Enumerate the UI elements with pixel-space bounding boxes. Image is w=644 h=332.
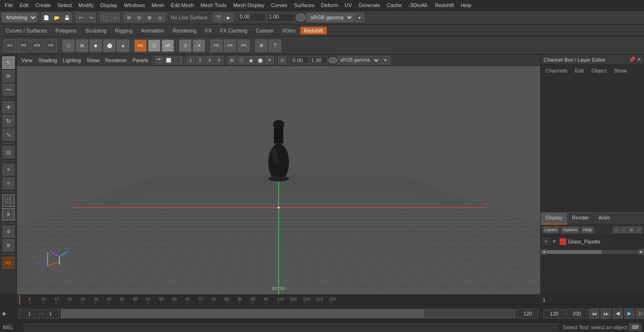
- soft-select-btn[interactable]: ◎: [155, 13, 165, 22]
- options-menu[interactable]: Options: [561, 227, 579, 233]
- menu-mesh[interactable]: Mesh: [149, 1, 167, 9]
- keyboard-shortcut-btn[interactable]: ⌨: [629, 324, 641, 331]
- timeline-ruler[interactable]: [17, 295, 540, 305]
- wireframe-btn[interactable]: ⬡: [237, 56, 246, 65]
- shelf-pr-1[interactable]: PR: [210, 40, 223, 52]
- shelf-util-2[interactable]: ?: [269, 40, 281, 52]
- menu-deform[interactable]: Deform: [318, 1, 341, 9]
- layer-scrollbar-track[interactable]: [546, 250, 638, 254]
- scale-tool[interactable]: ⤡: [2, 129, 15, 141]
- coord-y-input[interactable]: 1.00: [267, 13, 295, 22]
- display-mode-4[interactable]: 4: [215, 56, 223, 65]
- renderer-menu[interactable]: Renderer: [103, 57, 129, 64]
- mode-rendering[interactable]: Rendering: [169, 27, 200, 34]
- marquee-select[interactable]: ⬚: [2, 194, 15, 207]
- menu-file[interactable]: File: [2, 1, 16, 9]
- shelf-pr-2[interactable]: PR: [224, 40, 236, 52]
- redo-btn[interactable]: ↪: [86, 13, 96, 22]
- shelf-poly-3[interactable]: ◆: [90, 40, 102, 52]
- cam-btn-1[interactable]: 📷: [155, 56, 164, 65]
- anim-start-input[interactable]: [544, 309, 565, 318]
- snap-tools[interactable]: ⊞: [2, 163, 15, 176]
- prev-frame-btn[interactable]: ◀: [612, 308, 623, 319]
- menu-help[interactable]: Help: [458, 1, 474, 9]
- menu-edit[interactable]: Edit: [17, 1, 32, 9]
- paint-select-tool[interactable]: ⟳: [2, 70, 15, 82]
- grid-tools[interactable]: ⊟: [2, 177, 15, 189]
- go-start-btn[interactable]: ⏮: [589, 308, 599, 319]
- cam-btn-3[interactable]: ⬛: [174, 56, 182, 65]
- shelf-poly-2[interactable]: ⊞: [76, 40, 88, 52]
- view-menu[interactable]: View: [19, 57, 35, 64]
- mode-select[interactable]: Modeling: [2, 13, 37, 22]
- new-scene-btn[interactable]: 📄: [41, 13, 51, 22]
- snap3-btn[interactable]: ⊠: [145, 13, 154, 22]
- script-input[interactable]: [24, 324, 557, 331]
- lasso-tool[interactable]: 〜: [2, 84, 15, 96]
- open-scene-btn[interactable]: 📂: [52, 13, 61, 22]
- mode-xgen[interactable]: XGen: [278, 27, 299, 34]
- snap-btn[interactable]: ⊞: [124, 13, 133, 22]
- shading-menu[interactable]: Shading: [36, 57, 59, 64]
- grid-btn[interactable]: ⊞: [228, 56, 236, 65]
- cb-tab-channels[interactable]: Channels: [543, 67, 570, 77]
- region-select[interactable]: ⊕: [2, 208, 15, 220]
- layer-remove-btn[interactable]: -: [620, 227, 627, 233]
- shelf-light-2[interactable]: ☀: [193, 40, 205, 52]
- rotate-tool[interactable]: ↻: [2, 115, 15, 127]
- menu-modify[interactable]: Modify: [75, 1, 96, 9]
- shelf-poly-4[interactable]: ⬤: [103, 40, 116, 52]
- layer-tab-anim[interactable]: Anim: [594, 213, 615, 225]
- layer-playback-btn[interactable]: P: [551, 238, 558, 245]
- shelf-pr-3[interactable]: PR: [238, 40, 250, 52]
- layer-add-btn[interactable]: +: [613, 227, 619, 233]
- layer-tab-display[interactable]: Display: [541, 213, 567, 225]
- shelf-icon-3[interactable]: IPR: [31, 40, 43, 52]
- exposure-input[interactable]: [310, 57, 328, 64]
- display-mode-2[interactable]: 2: [196, 56, 205, 65]
- menu-redshift[interactable]: Redshift: [432, 1, 457, 9]
- snap2-btn[interactable]: ⊟: [134, 13, 144, 22]
- cb-tab-object[interactable]: Object: [588, 67, 609, 77]
- select-tool-btn[interactable]: ⬚: [100, 13, 109, 22]
- cam-btn-2[interactable]: ⬜: [165, 56, 173, 65]
- gamma-display-btn[interactable]: [296, 14, 305, 21]
- menu-generate[interactable]: Generate: [355, 1, 383, 9]
- mode-animation[interactable]: Animation: [137, 27, 168, 34]
- lighting-btn[interactable]: ☀: [265, 56, 274, 65]
- gamma-viewport-select[interactable]: sRGB gamma: [338, 56, 380, 65]
- cb-tab-edit[interactable]: Edit: [572, 67, 586, 77]
- mode-redshift[interactable]: Redshift: [300, 27, 327, 34]
- layer-options-btn[interactable]: ⚙: [628, 227, 635, 233]
- range-end-input[interactable]: [517, 309, 538, 318]
- prev-key-btn[interactable]: ⏭: [601, 308, 611, 319]
- cb-tab-show[interactable]: Show: [611, 67, 630, 77]
- redshift-btn[interactable]: RS: [2, 257, 15, 269]
- gamma-options-btn[interactable]: ▾: [355, 13, 364, 22]
- gamma-swatch[interactable]: [329, 57, 337, 63]
- coord-x-input[interactable]: 0.00: [238, 13, 266, 22]
- mode-sculpting[interactable]: Sculpting: [82, 27, 110, 34]
- timeline-range-bar[interactable]: [61, 309, 516, 318]
- focal-length-input[interactable]: [291, 57, 309, 64]
- layers-menu[interactable]: Layers: [543, 227, 559, 233]
- undo-btn[interactable]: ↩: [76, 13, 85, 22]
- gamma-select[interactable]: sRGB gamma: [306, 13, 354, 22]
- show-menu[interactable]: Show: [84, 57, 102, 64]
- menu-select[interactable]: Select: [55, 1, 75, 9]
- display-mode-1[interactable]: 1: [187, 56, 195, 65]
- menu-uv[interactable]: UV: [342, 1, 355, 9]
- menu-surfaces[interactable]: Surfaces: [291, 1, 317, 9]
- render-btn[interactable]: 🎬: [214, 13, 223, 22]
- panels-menu[interactable]: Panels: [130, 57, 151, 64]
- lasso-select-btn[interactable]: ◌: [110, 13, 120, 22]
- shelf-rs-3[interactable]: ⇄: [162, 40, 174, 52]
- rp-pin-btn[interactable]: 📌: [629, 57, 636, 63]
- range-start-input[interactable]: [19, 309, 40, 318]
- menu-3dtoall[interactable]: -3DtoAll-: [405, 1, 431, 9]
- mode-fx[interactable]: FX: [201, 27, 215, 34]
- shelf-icon-1[interactable]: RV: [4, 40, 16, 52]
- shelf-util-1[interactable]: ⚙: [255, 40, 267, 52]
- play-btn[interactable]: ▶: [624, 308, 635, 319]
- viewport-canvas[interactable]: persp X Z Y: [17, 66, 540, 294]
